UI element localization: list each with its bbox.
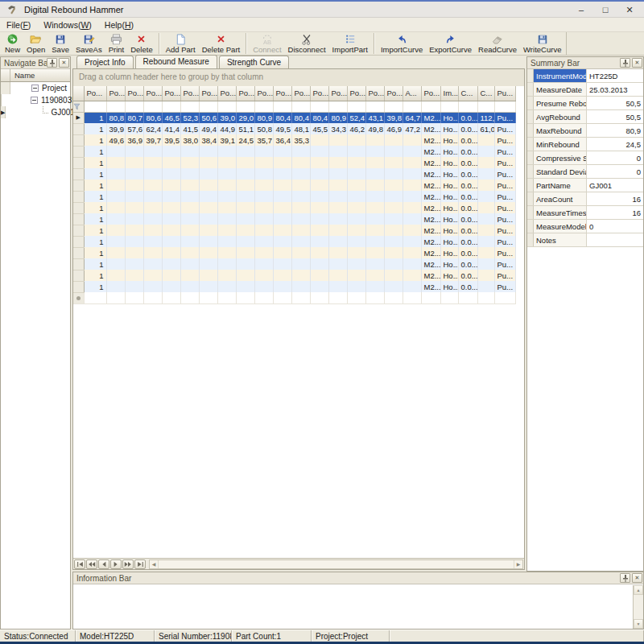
cell-2-0[interactable]: 1 bbox=[84, 134, 106, 146]
cell-3-19[interactable]: Ho... bbox=[440, 146, 458, 157]
close-icon[interactable]: ✕ bbox=[59, 58, 69, 68]
cell-4-1[interactable] bbox=[106, 157, 125, 168]
filter-cell-7[interactable] bbox=[217, 101, 236, 112]
cell-2-2[interactable]: 36,9 bbox=[125, 134, 143, 146]
cell-13-7[interactable] bbox=[217, 258, 236, 270]
cell-11-12[interactable] bbox=[310, 236, 328, 247]
cell-9-3[interactable] bbox=[143, 213, 162, 225]
grid-row-15[interactable]: 1M2...Ho...0.0...Pu... bbox=[73, 281, 515, 292]
tab-project-info[interactable]: Project Info bbox=[76, 56, 134, 68]
cell-11-19[interactable]: Ho... bbox=[440, 236, 458, 247]
column-header-11[interactable]: Po... bbox=[291, 86, 310, 101]
grid-row-14[interactable]: 1M2...Ho...0.0...Pu... bbox=[73, 270, 515, 281]
cell-0-21[interactable]: 112,5 bbox=[477, 112, 494, 123]
cell-8-19[interactable]: Ho... bbox=[440, 202, 458, 213]
cell-5-11[interactable] bbox=[291, 168, 310, 180]
cell-1-0[interactable]: 1 bbox=[84, 123, 106, 134]
cell-6-3[interactable] bbox=[143, 180, 162, 191]
cell-2-10[interactable]: 36,4 bbox=[273, 134, 291, 146]
cell-10-21[interactable] bbox=[477, 225, 494, 236]
cell-6-12[interactable] bbox=[310, 180, 328, 191]
cell-14-0[interactable]: 1 bbox=[84, 270, 106, 281]
cell-6-2[interactable] bbox=[125, 180, 143, 191]
close-icon[interactable]: ✕ bbox=[632, 58, 642, 68]
row-indicator[interactable] bbox=[73, 258, 84, 270]
cell-12-13[interactable] bbox=[328, 247, 347, 258]
cell-2-9[interactable]: 35,7 bbox=[254, 134, 273, 146]
cell-12-20[interactable]: 0.0... bbox=[458, 247, 477, 258]
cell-0-18[interactable]: M2... bbox=[421, 112, 440, 123]
cell-2-19[interactable]: Ho... bbox=[440, 134, 458, 146]
cell-4-19[interactable]: Ho... bbox=[440, 157, 458, 168]
cell-10-3[interactable] bbox=[143, 225, 162, 236]
cell-1-13[interactable]: 34,3 bbox=[328, 123, 347, 134]
pin-icon[interactable] bbox=[620, 573, 630, 583]
cell-8-14[interactable] bbox=[347, 202, 365, 213]
grid-row-3[interactable]: 1M2...Ho...0.0...Pu... bbox=[73, 146, 515, 157]
minimize-button[interactable]: – bbox=[572, 2, 591, 18]
cell-5-12[interactable] bbox=[310, 168, 328, 180]
cell-5-19[interactable]: Ho... bbox=[440, 168, 458, 180]
cell-4-9[interactable] bbox=[254, 157, 273, 168]
cell-8-13[interactable] bbox=[328, 202, 347, 213]
scroll-left-icon[interactable]: ◀ bbox=[150, 560, 159, 568]
cell-7-18[interactable]: M2... bbox=[421, 191, 440, 202]
summary-field-notes[interactable]: Notes bbox=[527, 233, 643, 247]
cell-9-5[interactable] bbox=[180, 213, 199, 225]
cell-11-2[interactable] bbox=[125, 236, 143, 247]
cell-4-3[interactable] bbox=[143, 157, 162, 168]
summary-field-measuredate[interactable]: MeasureDate25.03.2013 bbox=[527, 83, 643, 97]
filter-cell-20[interactable] bbox=[458, 101, 477, 112]
cell-7-21[interactable] bbox=[477, 191, 494, 202]
grid-row-7[interactable]: 1M2...Ho...0.0...Pu... bbox=[73, 191, 515, 202]
tab-rebound-measure[interactable]: Rebound Measure bbox=[135, 55, 217, 68]
summary-field-partname[interactable]: PartNameGJ001 bbox=[527, 179, 643, 192]
cell-7-10[interactable] bbox=[273, 191, 291, 202]
cell-10-15[interactable] bbox=[365, 225, 384, 236]
cell-6-16[interactable] bbox=[384, 180, 402, 191]
cell-0-14[interactable]: 52,4 bbox=[347, 112, 365, 123]
cell-12-10[interactable] bbox=[273, 247, 291, 258]
cell-4-7[interactable] bbox=[217, 157, 236, 168]
cell-11-6[interactable] bbox=[199, 236, 217, 247]
filter-cell-10[interactable] bbox=[273, 101, 291, 112]
cell-10-10[interactable] bbox=[273, 225, 291, 236]
cell-12-7[interactable] bbox=[217, 247, 236, 258]
cell-3-6[interactable] bbox=[199, 146, 217, 157]
cell-3-4[interactable] bbox=[162, 146, 180, 157]
cell-6-20[interactable]: 0.0... bbox=[458, 180, 477, 191]
cell-5-3[interactable] bbox=[143, 168, 162, 180]
print-button[interactable]: Print bbox=[106, 32, 127, 55]
column-header-16[interactable]: Po... bbox=[384, 86, 402, 101]
row-indicator[interactable] bbox=[73, 157, 84, 168]
filter-cell-15[interactable] bbox=[365, 101, 384, 112]
cell-2-8[interactable]: 24,5 bbox=[236, 134, 254, 146]
cell-4-8[interactable] bbox=[236, 157, 254, 168]
cell-15-8[interactable] bbox=[236, 281, 254, 292]
cell-14-17[interactable] bbox=[402, 270, 421, 281]
cell-9-8[interactable] bbox=[236, 213, 254, 225]
cell-11-15[interactable] bbox=[365, 236, 384, 247]
cell-9-4[interactable] bbox=[162, 213, 180, 225]
cell-0-3[interactable]: 80,6 bbox=[143, 112, 162, 123]
writecurve-button[interactable]: WriteCurve bbox=[521, 32, 564, 55]
cell-4-22[interactable]: Pu... bbox=[494, 157, 515, 168]
new-row-cell-20[interactable] bbox=[458, 292, 477, 303]
cell-11-4[interactable] bbox=[162, 236, 180, 247]
cell-7-5[interactable] bbox=[180, 191, 199, 202]
cell-4-12[interactable] bbox=[310, 157, 328, 168]
cell-1-7[interactable]: 44,9 bbox=[217, 123, 236, 134]
new-row-cell-17[interactable] bbox=[402, 292, 421, 303]
grid-row-12[interactable]: 1M2...Ho...0.0...Pu... bbox=[73, 247, 515, 258]
column-header-2[interactable]: Po... bbox=[125, 86, 143, 101]
cell-15-14[interactable] bbox=[347, 281, 365, 292]
summary-field-measuremodel[interactable]: MeasureModel0 bbox=[527, 220, 643, 233]
cell-10-17[interactable] bbox=[402, 225, 421, 236]
importcurve-button[interactable]: ImportCurve bbox=[378, 32, 425, 55]
summary-field-value[interactable]: HT225D bbox=[587, 69, 643, 82]
grid-row-1[interactable]: 139,957,662,441,441,549,444,951,150,849,… bbox=[73, 123, 515, 134]
cell-11-0[interactable]: 1 bbox=[84, 236, 106, 247]
cell-7-0[interactable]: 1 bbox=[84, 191, 106, 202]
cell-15-7[interactable] bbox=[217, 281, 236, 292]
cell-4-6[interactable] bbox=[199, 157, 217, 168]
